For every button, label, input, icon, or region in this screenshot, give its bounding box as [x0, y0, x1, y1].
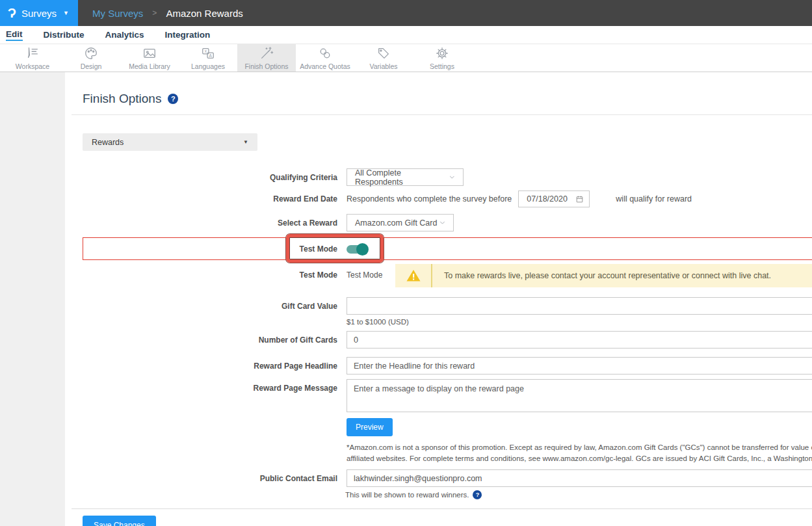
- number-of-gift-cards-input[interactable]: [347, 331, 812, 348]
- breadcrumb-current-survey: Amazon Rewards: [166, 8, 242, 19]
- test-mode-toggle[interactable]: [347, 245, 367, 254]
- reward-page-headline-label: Reward Page Headline: [83, 362, 347, 371]
- test-mode-value: Test Mode: [347, 264, 395, 280]
- brand-surveys-menu[interactable]: Ɂ Surveys ▼: [0, 0, 78, 26]
- finish-option-type-value: Rewards: [92, 138, 124, 147]
- tab-edit[interactable]: Edit: [6, 29, 23, 41]
- reward-page-headline-input[interactable]: [347, 357, 812, 375]
- test-mode-toggle-row: Test Mode: [83, 237, 812, 260]
- toolbar-item-settings[interactable]: Settings: [413, 44, 471, 72]
- brand-label: Surveys: [21, 8, 57, 19]
- primary-nav-tabs: Edit Distribute Analytics Integration: [0, 26, 812, 44]
- reward-end-date-value: 07/18/2020: [527, 194, 568, 204]
- qualifying-criteria-label: Qualifying Criteria: [83, 173, 347, 182]
- help-icon[interactable]: ?: [473, 490, 482, 499]
- test-mode-warning-banner: To make rewards live, please contact you…: [395, 264, 812, 287]
- save-changes-button[interactable]: Save Changes: [83, 516, 156, 526]
- reward-page-message-label: Reward Page Message: [83, 379, 347, 393]
- test-mode-toggle-label: Test Mode: [83, 244, 347, 254]
- reward-end-date-row: Reward End Date Respondents who complete…: [83, 191, 812, 207]
- preview-button[interactable]: Preview: [347, 418, 393, 436]
- finish-options-panel: Finish Options ? Rewards ▼ Qualifying Cr…: [65, 72, 812, 526]
- reward-page-message-textarea[interactable]: [347, 379, 812, 412]
- breadcrumb-my-surveys[interactable]: My Surveys: [92, 8, 143, 19]
- translate-icon: x A: [201, 46, 215, 60]
- breadcrumb: My Surveys > Amazon Rewards: [78, 0, 243, 26]
- palette-icon: [84, 46, 98, 60]
- page-title: Finish Options: [83, 92, 161, 106]
- divider: [72, 114, 812, 115]
- toolbar-label: Workspace: [16, 62, 49, 70]
- public-contact-email-row: Public Contact Email This will be shown …: [83, 469, 812, 499]
- public-contact-email-input[interactable]: [347, 469, 812, 487]
- chain-link-icon: [318, 46, 332, 60]
- chevron-down-icon: [448, 173, 456, 181]
- select-reward-select[interactable]: Amazon.com Gift Card: [347, 214, 454, 231]
- svg-text:x: x: [205, 49, 207, 53]
- toolbar-item-advance-quotas[interactable]: Advance Quotas: [296, 44, 354, 72]
- toolbar-item-media-library[interactable]: Media Library: [120, 44, 179, 72]
- toolbar-label: Media Library: [129, 62, 170, 70]
- number-of-gift-cards-row: Number of Gift Cards: [83, 331, 812, 348]
- tag-icon: [376, 46, 391, 60]
- tab-analytics[interactable]: Analytics: [105, 30, 144, 40]
- toolbar-label: Design: [81, 62, 102, 70]
- image-icon: [142, 46, 157, 60]
- test-mode-label: Test Mode: [83, 264, 347, 280]
- toolbar-label: Variables: [370, 62, 398, 70]
- breadcrumb-separator-icon: >: [152, 8, 157, 18]
- reward-end-date-prefix: Respondents who complete the survey befo…: [347, 194, 512, 204]
- toolbar-item-finish-options[interactable]: Finish Options: [237, 44, 296, 72]
- qualifying-criteria-row: Qualifying Criteria All Complete Respond…: [83, 168, 812, 186]
- toolbar-label: Settings: [430, 62, 454, 70]
- tab-distribute[interactable]: Distribute: [44, 30, 85, 40]
- toggle-knob: [356, 243, 369, 256]
- amazon-disclaimer-line2: affiliated websites. For complete terms …: [347, 453, 812, 464]
- toolbar-label: Advance Quotas: [300, 62, 350, 70]
- reward-end-date-input[interactable]: 07/18/2020: [518, 191, 590, 207]
- amazon-disclaimer-line1: *Amazon.com is not a sponsor of this pro…: [347, 442, 812, 453]
- calendar-icon[interactable]: [575, 195, 584, 204]
- gift-card-value-label: Gift Card Value: [83, 297, 347, 311]
- toolbar-item-languages[interactable]: x A Languages: [179, 44, 237, 72]
- workspace-icon: [25, 46, 40, 60]
- select-reward-value: Amazon.com Gift Card: [355, 218, 437, 228]
- qualifying-criteria-select[interactable]: All Complete Respondents: [347, 168, 464, 186]
- gift-card-value-input[interactable]: [347, 297, 812, 315]
- amazon-disclaimer: *Amazon.com is not a sponsor of this pro…: [347, 442, 812, 464]
- gear-icon: [435, 46, 449, 60]
- select-reward-row: Select a Reward Amazon.com Gift Card: [83, 214, 812, 231]
- reward-end-date-suffix: will qualify for reward: [616, 194, 692, 204]
- magic-wand-icon: [259, 46, 274, 60]
- toolbar-item-variables[interactable]: Variables: [354, 44, 413, 72]
- toolbar-label: Languages: [191, 62, 225, 70]
- reward-page-headline-row: Reward Page Headline: [83, 357, 812, 375]
- qualifying-criteria-value: All Complete Respondents: [355, 168, 448, 187]
- left-gutter: [0, 72, 65, 526]
- svg-text:A: A: [209, 53, 213, 57]
- top-header-bar: Ɂ Surveys ▼ My Surveys > Amazon Rewards: [0, 0, 812, 26]
- test-mode-status-row: Test Mode Test Mode To make rewards live…: [83, 264, 812, 287]
- public-contact-email-label: Public Contact Email: [83, 469, 347, 483]
- select-reward-label: Select a Reward: [83, 218, 347, 228]
- chevron-down-icon: ▼: [243, 139, 248, 145]
- preview-row: Preview: [83, 418, 812, 436]
- tab-integration[interactable]: Integration: [165, 30, 211, 40]
- warning-triangle-icon: [405, 268, 422, 283]
- toolbar-label: Finish Options: [244, 62, 288, 70]
- help-icon[interactable]: ?: [168, 94, 178, 104]
- divider: [72, 508, 812, 509]
- edit-toolbar: Workspace Design Media Library x A Langu…: [0, 44, 812, 72]
- chevron-down-icon: ▼: [63, 10, 69, 16]
- gift-card-value-helper: $1 to $1000 (USD): [347, 318, 812, 326]
- test-mode-warning-text: To make rewards live, please contact you…: [432, 264, 771, 287]
- chevron-down-icon: [438, 218, 447, 227]
- reward-end-date-label: Reward End Date: [83, 194, 347, 204]
- toolbar-item-workspace[interactable]: Workspace: [3, 44, 62, 72]
- finish-option-type-dropdown[interactable]: Rewards ▼: [83, 133, 257, 151]
- number-of-gift-cards-label: Number of Gift Cards: [83, 335, 347, 345]
- gift-card-value-row: Gift Card Value $1 to $1000 (USD): [83, 297, 812, 326]
- questionpro-logo-icon: Ɂ: [8, 7, 16, 20]
- toolbar-item-design[interactable]: Design: [62, 44, 120, 72]
- public-contact-email-helper: This will be shown to reward winners.: [345, 491, 469, 499]
